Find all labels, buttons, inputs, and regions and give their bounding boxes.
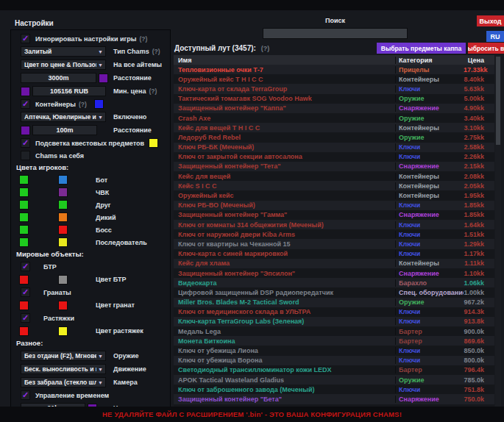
player-type-color-swatch[interactable] [58, 237, 68, 247]
column-header-category[interactable]: Категория [395, 57, 464, 64]
help-icon: (?) [149, 87, 157, 95]
scrollbar[interactable] [495, 55, 501, 407]
quest-highlight-color-swatch[interactable] [149, 138, 158, 148]
table-row[interactable]: Ключ-карта TerraGroup Labs (Зеленая)Ключ… [174, 317, 494, 326]
player-visible-color-swatch[interactable] [19, 187, 29, 197]
column-header-price[interactable]: Цена [464, 57, 494, 64]
btr-checkbox[interactable]: ✓ [21, 262, 30, 271]
table-row[interactable]: Ключ РБ-БК (Меченый)Ключи2.58kk [174, 143, 494, 152]
table-row[interactable]: Тепловизионные очки Т-7Прицелы17.33kk [174, 65, 494, 74]
table-row[interactable]: Защищенный контейнер "Эпсилон"Снаряжение… [174, 268, 494, 278]
item-category: Ключи [395, 85, 464, 93]
player-visible-color-swatch[interactable] [19, 225, 29, 235]
table-row[interactable]: Ключ от наружной двери Kiba ArmsКлючи1.5… [174, 229, 494, 239]
language-button[interactable]: RU [486, 31, 504, 42]
drop-all-button[interactable]: Выбросить все [468, 43, 504, 54]
table-row[interactable]: Защищенный контейнер "Бета"Снаряжение750… [174, 394, 494, 404]
item-category: Бартер [395, 337, 464, 345]
player-type-color-swatch[interactable] [58, 175, 68, 185]
player-type-color-swatch[interactable] [58, 212, 68, 222]
help-icon: (?) [261, 45, 270, 52]
table-row[interactable]: Ключ от медицинского склада в УЛЬТРАКлюч… [174, 307, 494, 317]
item-name: Светодиодный трансиллюминатор кожи LEDX [174, 366, 395, 373]
weapon-dropdown[interactable]: Без отдачи (F2), Мгновенное п ▼ [21, 351, 106, 361]
table-row[interactable]: Ключ РБ-ВО (Меченый)Ключи1.85kk [174, 201, 494, 210]
table-row[interactable]: ВидеокартаБарахло1.06kk [174, 278, 494, 287]
table-row[interactable]: Ключ от комнаты 314 общежития (Меченый)К… [174, 220, 494, 229]
table-row[interactable]: Оружейный кейс T H I C CКонтейнеры8.40kk [174, 74, 494, 84]
table-row[interactable]: Crash AxeОружие3.40kk [174, 113, 494, 123]
table-row[interactable]: APOK Tactical Wasteland GladiusОружие785… [174, 375, 494, 385]
btr-color-swatch-1[interactable] [19, 275, 29, 285]
all-items-dropdown[interactable]: Цвет по цене & Пользователь ▼ [21, 60, 106, 70]
tripwires-color-swatch-2[interactable] [58, 326, 68, 336]
table-row[interactable]: Цифровой защищенный DSP радиопередатчикС… [174, 287, 494, 297]
player-visible-color-swatch[interactable] [19, 237, 29, 247]
item-name: Crash Axe [174, 115, 395, 122]
table-row[interactable]: Светодиодный трансиллюминатор кожи LEDXБ… [174, 365, 494, 375]
btr-color-swatch-2[interactable] [58, 275, 68, 285]
player-visible-color-swatch[interactable] [19, 175, 29, 185]
table-row[interactable]: Ключ от убежища ВоронаКлючи800.0k [174, 356, 494, 365]
containers-distance-input[interactable]: 100m [32, 125, 97, 135]
distance-input[interactable]: 3000m [21, 73, 96, 83]
table-row[interactable]: Защищенный контейнер "Гамма"Снаряжение1.… [174, 210, 494, 220]
chams-self-checkbox[interactable]: ✓ [21, 151, 30, 160]
table-row[interactable]: Ледоруб Red RebelОружие2.75kk [174, 132, 494, 142]
table-row[interactable]: Miller Bros. Blades M-2 Tactical SwordОр… [174, 298, 494, 307]
containers-checkbox[interactable]: ✓ [21, 99, 30, 109]
quest-highlight-checkbox[interactable]: ✓ [21, 138, 30, 148]
table-row[interactable]: Защищенный контейнер "Каппа"Снаряжение4.… [174, 104, 494, 113]
containers-distance-color-swatch[interactable] [21, 126, 30, 135]
min-price-input[interactable]: 105156 RUB [32, 86, 106, 96]
tripwires-checkbox[interactable]: ✓ [21, 313, 30, 323]
tripwires-color-swatch-1[interactable] [19, 326, 29, 336]
table-row[interactable]: Защищенный контейнер "Тета"Снаряжение2.1… [174, 162, 494, 171]
table-row[interactable]: Тактический томагавк SOG Voodoo HawkОруж… [174, 94, 494, 104]
player-type-color-swatch[interactable] [58, 200, 68, 210]
min-price-color-swatch[interactable] [21, 87, 30, 96]
table-row[interactable]: Оружейный кейсКонтейнеры1.95kk [174, 190, 494, 200]
table-row[interactable]: Кейс для хламаКонтейнеры1.11kk [174, 259, 494, 268]
item-price: 2.26kk [464, 153, 494, 160]
table-row[interactable]: Кейс для вещей T H I C CКонтейнеры3.10kk [174, 123, 494, 132]
table-row[interactable]: Кейс для вещейКонтейнеры2.08kk [174, 171, 494, 181]
btr-color-label: Цвет БТР [96, 276, 127, 283]
item-price: 1.85kk [464, 211, 494, 218]
table-row[interactable]: Медаль LegaБартер900.0k [174, 326, 494, 336]
exit-button[interactable]: Выход [477, 15, 504, 26]
table-row[interactable]: Монета БиткоинаБартер869.6k [174, 336, 494, 346]
grenades-color-swatch-2[interactable] [58, 301, 68, 310]
search-input[interactable] [263, 28, 408, 39]
chams-type-dropdown[interactable]: Залитый ▼ [21, 46, 106, 57]
item-price: 1.11kk [464, 260, 494, 267]
containers-filter-dropdown[interactable]: Аптечка, Ювелирные и... ▼ [21, 112, 106, 122]
select-kappa-items-button[interactable]: Выбрать предметы каппа [377, 43, 466, 54]
containers-color-swatch[interactable] [94, 99, 104, 109]
grenades-checkbox[interactable]: ✓ [21, 287, 30, 297]
table-row[interactable]: Ключ от заброшенного завода (Меченый)Клю… [174, 385, 494, 394]
movement-dropdown[interactable]: Беск. выносливость и нет уста ▼ [21, 364, 106, 374]
player-visible-color-swatch[interactable] [19, 212, 29, 222]
player-type-color-swatch[interactable] [58, 187, 68, 197]
table-row[interactable]: Ключ-карта с синей маркировкойКлючи1.17k… [174, 249, 494, 259]
column-header-name[interactable]: Имя [174, 57, 395, 64]
player-visible-color-swatch[interactable] [19, 200, 29, 210]
item-price: 967.2k [464, 298, 494, 306]
distance-label: Расстояние [113, 74, 152, 82]
grenades-color-swatch-1[interactable] [19, 301, 29, 310]
table-row[interactable]: Кейс S I C CКонтейнеры2.05kk [174, 181, 494, 190]
item-name: APOK Tactical Wasteland Gladius [174, 376, 395, 384]
camera-dropdown[interactable]: Без забрала (стекло шлема) ▼ [21, 377, 106, 387]
player-type-label: ЧВК [96, 189, 109, 196]
table-row[interactable]: Ключ от квартиры на Чеканной 15Ключи1.29… [174, 239, 494, 248]
time-control-checkbox[interactable]: ✓ [21, 390, 30, 400]
table-row[interactable]: Ключ-карта от склада TerraGroupКлючи5.63… [174, 84, 494, 93]
scrollbar-thumb[interactable] [496, 57, 500, 145]
ignore-game-settings-checkbox[interactable]: ✓ [21, 34, 30, 43]
table-row[interactable]: Ключ от закрытой секции автосалонаКлючи2… [174, 152, 494, 162]
distance-color-swatch[interactable] [99, 74, 108, 83]
player-type-color-swatch[interactable] [58, 225, 68, 235]
item-name: Защищенный контейнер "Тета" [174, 162, 395, 170]
table-row[interactable]: Ключ от убежища ЛионаКлючи850.0k [174, 346, 494, 355]
